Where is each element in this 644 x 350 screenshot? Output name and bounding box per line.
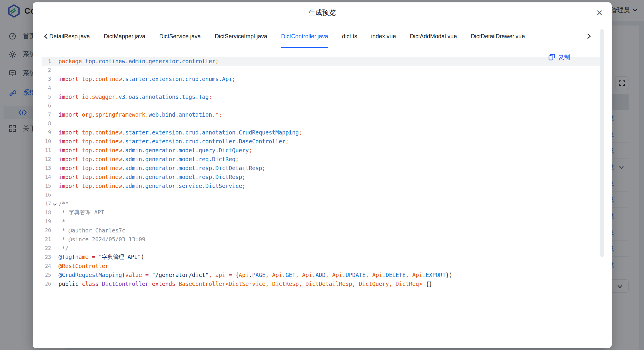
line-number: 15 bbox=[42, 183, 51, 189]
code-line: 1package top.continew.admin.generator.co… bbox=[42, 57, 600, 66]
fold-arrow-icon[interactable] bbox=[53, 202, 57, 206]
modal-title: 生成预览 bbox=[308, 8, 336, 17]
code-text: @Tag(name = "字典管理 API") bbox=[58, 253, 144, 261]
code-text: import io.swagger.v3.oas.annotations.tag… bbox=[58, 94, 212, 100]
code-line: 3import top.continew.starter.extension.c… bbox=[42, 75, 600, 83]
line-number: 21 bbox=[42, 236, 51, 242]
line-number: 5 bbox=[42, 94, 51, 100]
tab-DictController.java[interactable]: DictController.java bbox=[281, 23, 328, 49]
line-number: 22 bbox=[42, 245, 51, 251]
code-text: * @since 2024/05/03 13:09 bbox=[58, 236, 145, 243]
code-text: * 字典管理 API bbox=[58, 209, 104, 216]
screen: Co 管理员 首页 系统管理 系统监控 bbox=[0, 0, 644, 350]
code-text: * @author Charles7c bbox=[58, 227, 125, 234]
code-line: 12import top.continew.admin.generator.mo… bbox=[42, 155, 600, 164]
code-line: 13import top.continew.admin.generator.mo… bbox=[42, 164, 600, 172]
code-text: import top.continew.starter.extension.cr… bbox=[58, 138, 289, 145]
chevron-left-icon[interactable] bbox=[43, 33, 49, 40]
tab-index.vue[interactable]: index.vue bbox=[371, 23, 396, 49]
file-tabbar: DetailResp.javaDictMapper.javaDictServic… bbox=[33, 23, 612, 49]
code-text: */ bbox=[58, 245, 69, 251]
code-line: 8 bbox=[42, 119, 600, 128]
code-text: import top.continew.admin.generator.serv… bbox=[58, 183, 245, 189]
code-text: import top.continew.admin.generator.mode… bbox=[58, 165, 265, 171]
line-number: 26 bbox=[42, 281, 51, 287]
line-number: 2 bbox=[42, 67, 51, 73]
code-text: import org.springframework.web.bind.anno… bbox=[58, 111, 222, 118]
code-line: 5import io.swagger.v3.oas.annotations.ta… bbox=[42, 92, 600, 101]
scrollbar-thumb[interactable] bbox=[600, 29, 604, 257]
code-line: 11import top.continew.admin.generator.mo… bbox=[42, 146, 600, 155]
code-line: 20 * @author Charles7c bbox=[42, 226, 600, 235]
code-line: 23@Tag(name = "字典管理 API") bbox=[42, 253, 600, 262]
tab-DetailResp.java[interactable]: DetailResp.java bbox=[49, 23, 90, 49]
modal-header: 生成预览 × bbox=[33, 2, 612, 23]
code-line: 25@CrudRequestMapping(value = "/generato… bbox=[42, 270, 600, 279]
code-line: 22 */ bbox=[42, 244, 600, 253]
code-line: 10import top.continew.starter.extension.… bbox=[42, 137, 600, 146]
copy-button[interactable]: 复制 bbox=[548, 53, 570, 61]
copy-icon bbox=[548, 53, 556, 61]
tab-dict.ts[interactable]: dict.ts bbox=[342, 23, 357, 49]
tab-DictDetailDrawer.vue[interactable]: DictDetailDrawer.vue bbox=[471, 23, 525, 49]
code-text: import top.continew.starter.extension.cr… bbox=[58, 76, 235, 82]
code-text: import top.continew.admin.generator.mode… bbox=[58, 174, 245, 180]
code-text: * bbox=[58, 218, 65, 225]
code-line: 14import top.continew.admin.generator.mo… bbox=[42, 172, 600, 181]
chevron-right-icon[interactable] bbox=[586, 33, 592, 40]
code-line: 2 bbox=[42, 66, 600, 75]
line-number: 25 bbox=[42, 272, 51, 278]
line-number: 12 bbox=[42, 156, 51, 162]
code-line: 17/** bbox=[42, 199, 600, 208]
tab-DictServiceImpl.java[interactable]: DictServiceImpl.java bbox=[215, 23, 267, 49]
line-number: 16 bbox=[42, 192, 51, 198]
code-text: /** bbox=[58, 200, 69, 207]
code-line: 9import top.continew.starter.extension.c… bbox=[42, 128, 600, 137]
line-number: 8 bbox=[42, 121, 51, 126]
code-text: import top.continew.admin.generator.mode… bbox=[58, 156, 239, 162]
code-line: 6 bbox=[42, 101, 600, 110]
code-line: 7import org.springframework.web.bind.ann… bbox=[42, 110, 600, 119]
code-line: 26public class DictController extends Ba… bbox=[42, 279, 600, 288]
code-panel: 复制 1package top.continew.admin.generator… bbox=[33, 49, 612, 348]
line-number: 18 bbox=[42, 210, 51, 216]
line-number: 3 bbox=[42, 76, 51, 82]
code-text: @RestController bbox=[58, 263, 109, 269]
line-number: 13 bbox=[42, 165, 51, 171]
code-lines: 1package top.continew.admin.generator.co… bbox=[42, 57, 600, 288]
line-number: 1 bbox=[42, 58, 51, 64]
line-number: 17 bbox=[42, 201, 51, 207]
code-text: import top.continew.starter.extension.cr… bbox=[58, 129, 302, 136]
code-line: 19 * bbox=[42, 217, 600, 226]
code-line: 18 * 字典管理 API bbox=[42, 208, 600, 217]
tab-DictAddModal.vue[interactable]: DictAddModal.vue bbox=[410, 23, 457, 49]
code-text: public class DictController extends Base… bbox=[58, 281, 432, 287]
code-line: 16 bbox=[42, 190, 600, 199]
code-line: 15import top.continew.admin.generator.se… bbox=[42, 181, 600, 190]
line-number: 24 bbox=[42, 263, 51, 269]
tab-DictService.java[interactable]: DictService.java bbox=[159, 23, 201, 49]
preview-modal: 生成预览 × DetailResp.javaDictMapper.javaDic… bbox=[33, 2, 612, 348]
line-number: 19 bbox=[42, 218, 51, 224]
code-line: 4 bbox=[42, 83, 600, 92]
line-number: 14 bbox=[42, 174, 51, 180]
line-number: 23 bbox=[42, 254, 51, 260]
copy-label: 复制 bbox=[558, 53, 570, 61]
tab-DictMapper.java[interactable]: DictMapper.java bbox=[104, 23, 145, 49]
code-text: package top.continew.admin.generator.con… bbox=[58, 58, 219, 64]
line-number: 4 bbox=[42, 85, 51, 91]
line-number: 11 bbox=[42, 147, 51, 153]
file-tabs: DetailResp.javaDictMapper.javaDictServic… bbox=[49, 23, 590, 49]
code-text: import top.continew.admin.generator.mode… bbox=[58, 147, 252, 153]
close-button[interactable]: × bbox=[594, 8, 605, 18]
line-number: 9 bbox=[42, 129, 51, 135]
line-number: 10 bbox=[42, 138, 51, 144]
code-text: @CrudRequestMapping(value = "/generator/… bbox=[58, 272, 452, 278]
code-line: 24@RestController bbox=[42, 262, 600, 270]
code-line: 21 * @since 2024/05/03 13:09 bbox=[42, 235, 600, 244]
line-number: 7 bbox=[42, 112, 51, 118]
line-number: 20 bbox=[42, 227, 51, 233]
line-number: 6 bbox=[42, 103, 51, 109]
